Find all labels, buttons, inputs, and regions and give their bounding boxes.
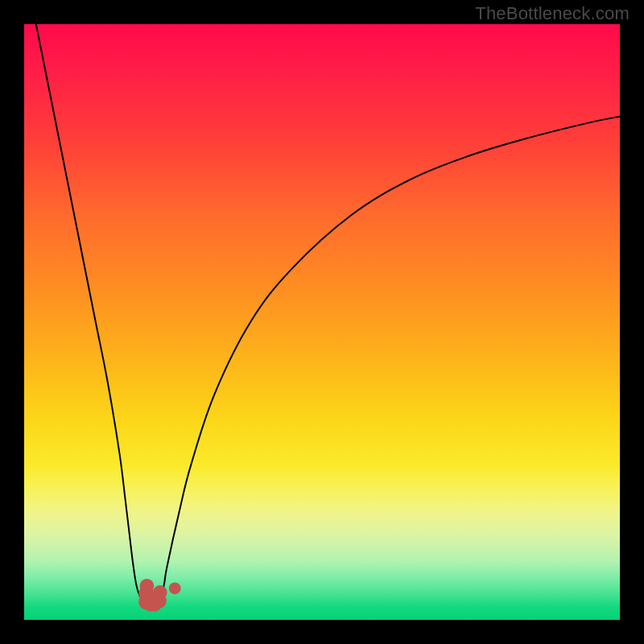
watermark-text: TheBottleneck.com bbox=[475, 3, 630, 24]
series-layer bbox=[36, 24, 620, 602]
curve-overlay bbox=[24, 24, 620, 620]
chart-frame: TheBottleneck.com bbox=[0, 0, 644, 644]
valley-left-dot-3 bbox=[140, 579, 155, 593]
series-left-branch bbox=[36, 24, 147, 602]
outlier-dot bbox=[169, 582, 181, 594]
marker-layer bbox=[138, 579, 181, 612]
series-right-branch bbox=[159, 117, 621, 602]
plot-area bbox=[24, 24, 620, 620]
valley-right-dot-2 bbox=[153, 585, 167, 600]
